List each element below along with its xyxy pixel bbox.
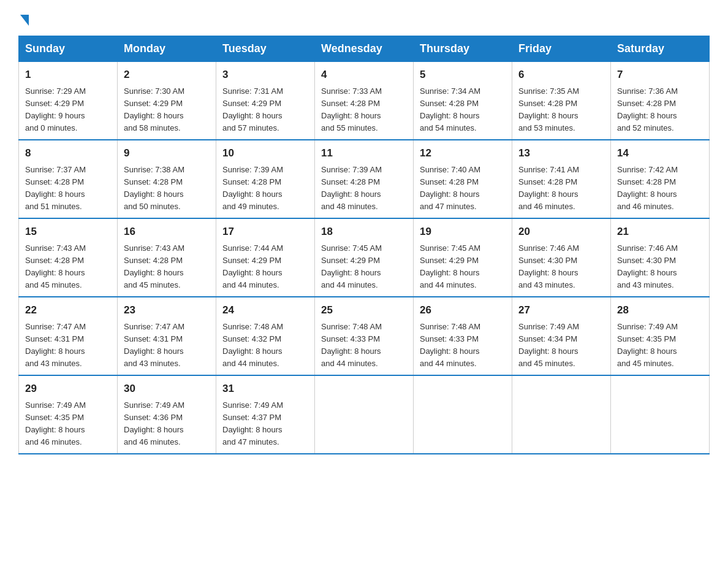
col-header-wednesday: Wednesday — [315, 36, 414, 62]
day-number: 1 — [25, 67, 111, 83]
day-number: 27 — [518, 302, 604, 318]
day-info: Sunrise: 7:33 AM Sunset: 4:28 PM Dayligh… — [321, 85, 407, 135]
day-number: 8 — [25, 145, 111, 161]
table-row: 25 Sunrise: 7:48 AM Sunset: 4:33 PM Dayl… — [315, 297, 414, 375]
day-number: 5 — [420, 67, 506, 83]
table-row: 6 Sunrise: 7:35 AM Sunset: 4:28 PM Dayli… — [512, 62, 611, 140]
table-row: 26 Sunrise: 7:48 AM Sunset: 4:33 PM Dayl… — [414, 297, 512, 375]
day-number: 28 — [617, 302, 703, 318]
day-info: Sunrise: 7:47 AM Sunset: 4:31 PM Dayligh… — [25, 321, 111, 370]
table-row: 8 Sunrise: 7:37 AM Sunset: 4:28 PM Dayli… — [19, 140, 118, 218]
day-number: 31 — [222, 381, 308, 397]
table-row: 21 Sunrise: 7:46 AM Sunset: 4:30 PM Dayl… — [611, 218, 710, 297]
day-number: 13 — [518, 145, 604, 161]
calendar-table: Sunday Monday Tuesday Wednesday Thursday… — [18, 36, 710, 454]
table-row: 27 Sunrise: 7:49 AM Sunset: 4:34 PM Dayl… — [512, 297, 611, 375]
logo-arrow-icon — [20, 15, 29, 26]
table-row: 2 Sunrise: 7:30 AM Sunset: 4:29 PM Dayli… — [118, 62, 216, 140]
col-header-thursday: Thursday — [414, 36, 512, 62]
day-number: 29 — [25, 381, 111, 397]
table-row: 13 Sunrise: 7:41 AM Sunset: 4:28 PM Dayl… — [512, 140, 611, 218]
table-row — [414, 375, 512, 454]
table-row: 18 Sunrise: 7:45 AM Sunset: 4:29 PM Dayl… — [315, 218, 414, 297]
day-number: 7 — [617, 67, 703, 83]
day-number: 19 — [420, 224, 506, 240]
col-header-friday: Friday — [512, 36, 611, 62]
day-info: Sunrise: 7:45 AM Sunset: 4:29 PM Dayligh… — [321, 242, 407, 292]
day-number: 14 — [617, 145, 703, 161]
table-row: 20 Sunrise: 7:46 AM Sunset: 4:30 PM Dayl… — [512, 218, 611, 297]
table-row: 17 Sunrise: 7:44 AM Sunset: 4:29 PM Dayl… — [216, 218, 315, 297]
table-row: 1 Sunrise: 7:29 AM Sunset: 4:29 PM Dayli… — [19, 62, 118, 140]
day-number: 18 — [321, 224, 407, 240]
table-row: 10 Sunrise: 7:39 AM Sunset: 4:28 PM Dayl… — [216, 140, 315, 218]
day-number: 10 — [222, 145, 308, 161]
day-number: 30 — [124, 381, 210, 397]
day-info: Sunrise: 7:43 AM Sunset: 4:28 PM Dayligh… — [124, 242, 210, 292]
day-info: Sunrise: 7:46 AM Sunset: 4:30 PM Dayligh… — [617, 242, 703, 292]
table-row: 14 Sunrise: 7:42 AM Sunset: 4:28 PM Dayl… — [611, 140, 710, 218]
calendar-week-row: 8 Sunrise: 7:37 AM Sunset: 4:28 PM Dayli… — [19, 140, 710, 218]
day-info: Sunrise: 7:49 AM Sunset: 4:35 PM Dayligh… — [25, 399, 111, 449]
day-info: Sunrise: 7:31 AM Sunset: 4:29 PM Dayligh… — [222, 85, 308, 135]
day-info: Sunrise: 7:45 AM Sunset: 4:29 PM Dayligh… — [420, 242, 506, 292]
day-info: Sunrise: 7:29 AM Sunset: 4:29 PM Dayligh… — [25, 85, 111, 135]
calendar-week-row: 22 Sunrise: 7:47 AM Sunset: 4:31 PM Dayl… — [19, 297, 710, 375]
day-number: 20 — [518, 224, 604, 240]
table-row — [315, 375, 414, 454]
table-row: 3 Sunrise: 7:31 AM Sunset: 4:29 PM Dayli… — [216, 62, 315, 140]
day-number: 11 — [321, 145, 407, 161]
day-number: 12 — [420, 145, 506, 161]
table-row — [611, 375, 710, 454]
table-row: 5 Sunrise: 7:34 AM Sunset: 4:28 PM Dayli… — [414, 62, 512, 140]
table-row: 28 Sunrise: 7:49 AM Sunset: 4:35 PM Dayl… — [611, 297, 710, 375]
day-info: Sunrise: 7:46 AM Sunset: 4:30 PM Dayligh… — [518, 242, 604, 292]
day-info: Sunrise: 7:30 AM Sunset: 4:29 PM Dayligh… — [124, 85, 210, 135]
table-row: 31 Sunrise: 7:49 AM Sunset: 4:37 PM Dayl… — [216, 375, 315, 454]
day-number: 15 — [25, 224, 111, 240]
table-row: 12 Sunrise: 7:40 AM Sunset: 4:28 PM Dayl… — [414, 140, 512, 218]
table-row — [512, 375, 611, 454]
day-info: Sunrise: 7:44 AM Sunset: 4:29 PM Dayligh… — [222, 242, 308, 292]
day-info: Sunrise: 7:48 AM Sunset: 4:32 PM Dayligh… — [222, 321, 308, 370]
day-number: 2 — [124, 67, 210, 83]
calendar-week-row: 15 Sunrise: 7:43 AM Sunset: 4:28 PM Dayl… — [19, 218, 710, 297]
day-info: Sunrise: 7:42 AM Sunset: 4:28 PM Dayligh… — [617, 164, 703, 213]
day-number: 24 — [222, 302, 308, 318]
col-header-monday: Monday — [118, 36, 216, 62]
day-info: Sunrise: 7:47 AM Sunset: 4:31 PM Dayligh… — [124, 321, 210, 370]
calendar-header-row: Sunday Monday Tuesday Wednesday Thursday… — [19, 36, 710, 62]
day-info: Sunrise: 7:49 AM Sunset: 4:37 PM Dayligh… — [222, 399, 308, 449]
table-row: 11 Sunrise: 7:39 AM Sunset: 4:28 PM Dayl… — [315, 140, 414, 218]
day-number: 9 — [124, 145, 210, 161]
table-row: 4 Sunrise: 7:33 AM Sunset: 4:28 PM Dayli… — [315, 62, 414, 140]
day-number: 17 — [222, 224, 308, 240]
day-info: Sunrise: 7:48 AM Sunset: 4:33 PM Dayligh… — [420, 321, 506, 370]
calendar-week-row: 1 Sunrise: 7:29 AM Sunset: 4:29 PM Dayli… — [19, 62, 710, 140]
day-number: 22 — [25, 302, 111, 318]
day-info: Sunrise: 7:41 AM Sunset: 4:28 PM Dayligh… — [518, 164, 604, 213]
table-row: 16 Sunrise: 7:43 AM Sunset: 4:28 PM Dayl… — [118, 218, 216, 297]
col-header-tuesday: Tuesday — [216, 36, 315, 62]
table-row: 24 Sunrise: 7:48 AM Sunset: 4:32 PM Dayl… — [216, 297, 315, 375]
table-row: 19 Sunrise: 7:45 AM Sunset: 4:29 PM Dayl… — [414, 218, 512, 297]
day-info: Sunrise: 7:38 AM Sunset: 4:28 PM Dayligh… — [124, 164, 210, 213]
logo — [18, 12, 29, 25]
table-row: 29 Sunrise: 7:49 AM Sunset: 4:35 PM Dayl… — [19, 375, 118, 454]
day-number: 3 — [222, 67, 308, 83]
day-info: Sunrise: 7:49 AM Sunset: 4:34 PM Dayligh… — [518, 321, 604, 370]
day-number: 21 — [617, 224, 703, 240]
table-row: 30 Sunrise: 7:49 AM Sunset: 4:36 PM Dayl… — [118, 375, 216, 454]
day-info: Sunrise: 7:39 AM Sunset: 4:28 PM Dayligh… — [222, 164, 308, 213]
day-number: 6 — [518, 67, 604, 83]
day-info: Sunrise: 7:43 AM Sunset: 4:28 PM Dayligh… — [25, 242, 111, 292]
day-number: 16 — [124, 224, 210, 240]
day-info: Sunrise: 7:39 AM Sunset: 4:28 PM Dayligh… — [321, 164, 407, 213]
day-info: Sunrise: 7:36 AM Sunset: 4:28 PM Dayligh… — [617, 85, 703, 135]
col-header-saturday: Saturday — [611, 36, 710, 62]
page-header — [18, 12, 710, 25]
calendar-week-row: 29 Sunrise: 7:49 AM Sunset: 4:35 PM Dayl… — [19, 375, 710, 454]
day-info: Sunrise: 7:35 AM Sunset: 4:28 PM Dayligh… — [518, 85, 604, 135]
table-row: 9 Sunrise: 7:38 AM Sunset: 4:28 PM Dayli… — [118, 140, 216, 218]
day-number: 26 — [420, 302, 506, 318]
